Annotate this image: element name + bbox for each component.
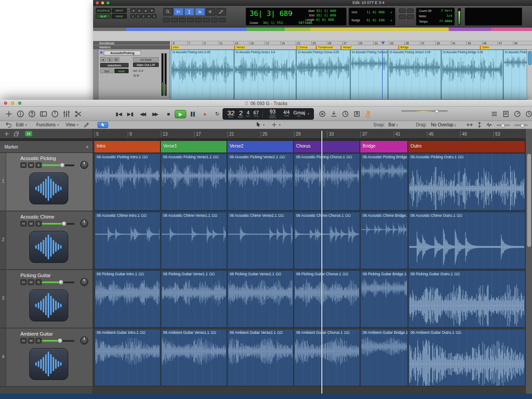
zoom-window-icon[interactable] — [106, 1, 110, 4]
zoom-preset-1[interactable]: 1 — [130, 14, 135, 18]
audio-region[interactable]: 06 Acoustic Picking Verse2.1ΩΩ — [227, 153, 293, 211]
mode-spot-button[interactable]: SPOT — [112, 8, 127, 13]
track-name[interactable]: Picking Guitar — [20, 273, 51, 278]
mode-slip-button[interactable]: SLIP — [96, 14, 111, 19]
solo-button[interactable]: S — [35, 279, 42, 285]
countoff-value[interactable]: 2 bars — [441, 9, 452, 12]
audio-region[interactable]: 06 Acoustic Chime Verse2.1ΩΩ — [227, 212, 293, 269]
zoom-preset-2[interactable]: 2 — [136, 14, 141, 18]
audio-region[interactable]: 06 Acoustic Chime Intro.1ΩΩ — [94, 212, 160, 269]
menu-edit[interactable]: Edit ▼ — [16, 122, 27, 128]
zoom-out-v-button[interactable]: ▴ — [143, 8, 149, 13]
track-header[interactable]: 1Acoustic PickingHMS — [0, 153, 93, 211]
zoom-in-h-button[interactable]: ▸ — [137, 8, 142, 13]
audio-region[interactable]: 06 Acoustic Chime Chorus.1ΩΩ — [294, 212, 360, 269]
auto-scroll-button[interactable] — [187, 18, 194, 22]
mirror-midi-button[interactable] — [179, 18, 186, 22]
insertion-follows-button[interactable] — [195, 18, 202, 22]
solo-button[interactable]: S — [35, 221, 42, 227]
notes-icon[interactable] — [502, 110, 510, 118]
track-volume-slider[interactable] — [42, 282, 74, 283]
audio-region[interactable]: 06 Acoustic Chime Outro.1ΩΩ — [408, 212, 525, 269]
grid-snap-button[interactable] — [219, 18, 226, 22]
section-marker[interactable]: Verse2 — [227, 141, 293, 153]
audio-region[interactable]: 06 Picking Guitar Bridge.1ΩΩ — [360, 270, 408, 328]
track-header[interactable]: 3Picking GuitarHMS — [0, 270, 93, 328]
audio-region[interactable]: 10 Acoustic Picking Verse1 3-4 — [234, 50, 296, 100]
input-selector[interactable]: no input — [133, 57, 159, 62]
command-click-tool-chevron[interactable]: ▼ — [278, 122, 281, 128]
audio-region[interactable]: 06 Acoustic Chime Verse1.1ΩΩ — [161, 212, 227, 269]
track-header[interactable]: 2Acoustic ChimeHMS — [0, 211, 93, 270]
h-zoom-slider[interactable] — [497, 125, 510, 126]
trim-tool-button[interactable] — [174, 8, 184, 16]
track-header[interactable]: 4Ambient GuitarHMS — [0, 329, 93, 387]
length-value[interactable]: 0| 0| 000 — [316, 18, 334, 22]
menu-functions[interactable]: Functions ▼ — [36, 122, 59, 128]
autopunch-icon[interactable] — [330, 110, 338, 118]
automation-mode-selector[interactable]: read — [114, 69, 129, 73]
solo-button[interactable]: S — [35, 338, 42, 344]
transport-extra-button[interactable] — [407, 8, 414, 13]
left-click-tool-chevron[interactable]: ▼ — [262, 122, 265, 128]
catch-playhead-icon[interactable] — [5, 121, 12, 128]
add-track-icon[interactable] — [4, 131, 10, 137]
duplicate-track-icon[interactable] — [13, 131, 20, 137]
inspector-icon[interactable] — [16, 110, 25, 118]
editors-icon[interactable] — [74, 110, 82, 118]
chevron-down-icon[interactable]: ▾ — [291, 12, 293, 15]
close-icon[interactable] — [4, 102, 7, 105]
marker-chip[interactable]: Chorus — [296, 46, 309, 49]
universe-overview-strip[interactable] — [93, 27, 532, 31]
automation-dyn-selector[interactable]: dyn — [100, 69, 113, 73]
mixer-icon[interactable] — [62, 110, 71, 118]
markers-name-cell[interactable]: Markers — [93, 45, 170, 49]
section-marker[interactable]: Intro — [94, 141, 160, 153]
quick-help-icon[interactable] — [27, 110, 36, 118]
marker-chip[interactable]: Verse1 — [234, 46, 246, 49]
audio-region[interactable]: 06 Acoustic Picking Verse1.1ΩΩ — [161, 153, 227, 211]
pre-roll-button[interactable] — [399, 8, 406, 13]
scrollbar-thumb[interactable] — [528, 51, 532, 65]
audio-region[interactable]: 06 Ambient Guitar Verse1.1ΩΩ — [161, 329, 227, 386]
slider-thumb[interactable] — [62, 221, 66, 226]
minimize-icon[interactable] — [101, 1, 104, 4]
track-volume-slider[interactable] — [42, 164, 74, 166]
mute-button[interactable]: M — [113, 57, 119, 62]
selector-tool-button[interactable] — [184, 8, 194, 16]
marker-chip[interactable]: Intro — [171, 46, 180, 49]
track-list-strip[interactable] — [93, 50, 98, 100]
hide-button[interactable]: H — [20, 162, 27, 168]
zoom-out-h-button[interactable]: ◂ — [130, 8, 136, 13]
audio-region[interactable]: 06 Ambient Guitar Chorus.1ΩΩ — [294, 329, 360, 386]
output-selector[interactable]: Main Out L/R — [133, 63, 159, 67]
audio-region[interactable]: 10 Acoustic Picking Chorus 3-05 — [296, 50, 350, 100]
arrangement-header[interactable]: Marker + — [0, 141, 93, 153]
drag-dropdown[interactable]: No Overlap▲▼ — [431, 122, 456, 128]
audio-region[interactable]: 06 Picking Guitar Verse2.1ΩΩ — [227, 270, 293, 328]
audio-region[interactable]: 06 Ambient Guitar Intro.1ΩΩ — [94, 329, 160, 386]
metronome-icon[interactable] — [364, 110, 372, 118]
track-volume-slider[interactable] — [42, 223, 74, 225]
audio-region[interactable]: 06 Acoustic Picking Bridge.1ΩΩ — [360, 153, 408, 211]
track-name[interactable]: Ambient Guitar — [20, 331, 53, 336]
marker-chip[interactable]: Turnaround — [316, 46, 333, 49]
pan-knob[interactable] — [80, 161, 88, 169]
mode-shuffle-button[interactable]: SHUFFLE — [96, 8, 111, 13]
post-roll-button[interactable] — [399, 15, 406, 19]
pan-knob[interactable] — [80, 336, 88, 344]
count-in-icon[interactable] — [341, 110, 349, 118]
mode-grid-button[interactable]: GRID — [112, 14, 127, 19]
audio-region[interactable]: 10 Acoustic Picking Bridge 3-06 — [441, 50, 503, 100]
scrubber-tool-button[interactable] — [206, 8, 215, 16]
section-marker[interactable]: Bridge — [360, 141, 408, 153]
snap-dropdown[interactable]: Bar▲▼ — [388, 122, 398, 128]
end-value[interactable]: 32| 1| 000 — [316, 13, 336, 17]
audio-region[interactable]: 06 Picking Guitar Intro.1ΩΩ — [94, 270, 160, 328]
v-zoom-slider[interactable] — [514, 125, 528, 126]
lcd-display[interactable]: 32BAR 2BEAT 4DIV 67TICK 93KEEP TEMPO 4/4… — [223, 108, 314, 120]
pan-readout[interactable]: ‹5 5› — [133, 74, 139, 77]
smart-controls-icon[interactable] — [51, 110, 59, 118]
volume-readout[interactable]: vol -0.4 — [133, 69, 143, 72]
zoom-preset-5[interactable]: 5 — [152, 14, 156, 18]
